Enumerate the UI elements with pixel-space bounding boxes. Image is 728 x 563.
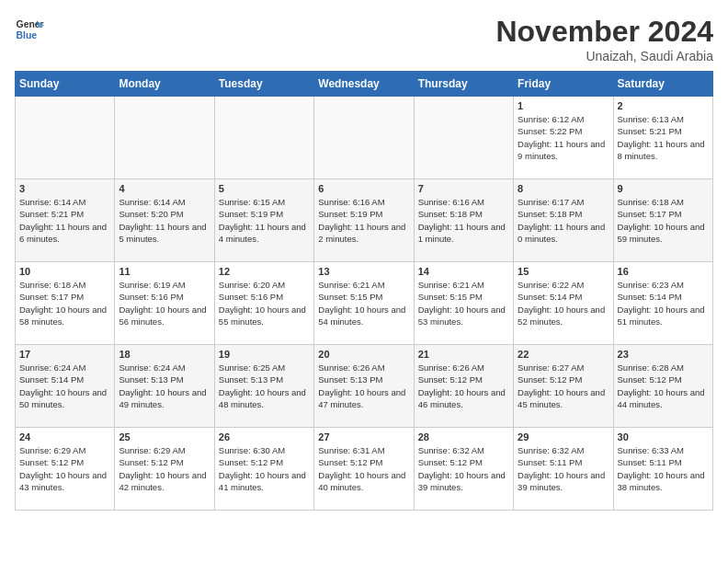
day-info-line: Daylight: 10 hours and 59 minutes.: [618, 221, 709, 246]
day-info-line: Sunrise: 6:27 AM: [518, 362, 609, 373]
day-number: 12: [219, 266, 310, 277]
calendar-cell: 19Sunrise: 6:25 AMSunset: 5:13 PMDayligh…: [214, 345, 313, 428]
calendar-cell: [214, 97, 313, 179]
day-info-line: Sunset: 5:22 PM: [518, 125, 609, 137]
day-info-line: Sunrise: 6:14 AM: [19, 196, 110, 208]
day-number: 11: [119, 266, 210, 277]
calendar-cell: 6Sunrise: 6:16 AMSunset: 5:19 PMDaylight…: [314, 179, 414, 262]
header-wednesday: Wednesday: [314, 72, 414, 97]
day-info-line: Daylight: 10 hours and 38 minutes.: [618, 469, 709, 494]
day-info-line: Sunrise: 6:12 AM: [518, 113, 609, 125]
day-number: 14: [418, 266, 509, 277]
day-number: 4: [119, 183, 210, 194]
day-info-line: Daylight: 11 hours and 5 minutes.: [119, 221, 210, 246]
calendar-cell: 21Sunrise: 6:26 AMSunset: 5:12 PMDayligh…: [414, 345, 513, 428]
day-info-line: Sunset: 5:12 PM: [418, 373, 509, 385]
day-number: 3: [19, 183, 110, 194]
day-info-line: Daylight: 10 hours and 39 minutes.: [518, 469, 609, 494]
day-info-line: Daylight: 11 hours and 1 minute.: [418, 221, 509, 246]
day-number: 22: [518, 349, 609, 360]
day-info-line: Daylight: 11 hours and 9 minutes.: [518, 138, 609, 163]
day-info-line: Sunrise: 6:28 AM: [618, 362, 709, 373]
logo-icon: General Blue: [15, 15, 44, 44]
day-number: 26: [219, 431, 310, 442]
day-number: 27: [318, 431, 409, 442]
day-info-line: Sunrise: 6:16 AM: [418, 196, 509, 208]
calendar-cell: 20Sunrise: 6:26 AMSunset: 5:13 PMDayligh…: [314, 345, 414, 428]
week-row-4: 17Sunrise: 6:24 AMSunset: 5:14 PMDayligh…: [16, 345, 713, 428]
day-info-line: Sunset: 5:14 PM: [518, 291, 609, 303]
day-info-line: Sunrise: 6:16 AM: [318, 196, 409, 208]
calendar-cell: 15Sunrise: 6:22 AMSunset: 5:14 PMDayligh…: [514, 262, 613, 345]
week-row-3: 10Sunrise: 6:18 AMSunset: 5:17 PMDayligh…: [16, 262, 713, 345]
day-info-line: Daylight: 10 hours and 47 minutes.: [318, 386, 409, 411]
day-info-line: Sunset: 5:18 PM: [418, 208, 509, 220]
day-info-line: Sunrise: 6:18 AM: [618, 196, 709, 208]
calendar-header: SundayMondayTuesdayWednesdayThursdayFrid…: [16, 72, 713, 97]
month-title: November 2024: [495, 15, 713, 49]
day-info-line: Sunset: 5:17 PM: [19, 291, 110, 303]
day-info-line: Sunrise: 6:33 AM: [618, 444, 709, 456]
day-info-line: Sunset: 5:16 PM: [219, 291, 310, 303]
day-info-line: Daylight: 10 hours and 39 minutes.: [418, 469, 509, 494]
day-info-line: Sunset: 5:21 PM: [618, 125, 709, 137]
day-info-line: Sunset: 5:12 PM: [119, 456, 210, 468]
title-block: November 2024 Unaizah, Saudi Arabia: [495, 15, 713, 63]
calendar-cell: 5Sunrise: 6:15 AMSunset: 5:19 PMDaylight…: [214, 179, 313, 262]
svg-text:Blue: Blue: [17, 30, 38, 40]
calendar-cell: 30Sunrise: 6:33 AMSunset: 5:11 PMDayligh…: [613, 428, 712, 511]
calendar-body: 1Sunrise: 6:12 AMSunset: 5:22 PMDaylight…: [16, 97, 713, 511]
day-info-line: Sunset: 5:12 PM: [618, 373, 709, 385]
calendar-cell: 18Sunrise: 6:24 AMSunset: 5:13 PMDayligh…: [115, 345, 214, 428]
day-info-line: Daylight: 10 hours and 56 minutes.: [119, 304, 210, 328]
day-info-line: Sunset: 5:15 PM: [418, 291, 509, 303]
calendar-cell: 1Sunrise: 6:12 AMSunset: 5:22 PMDaylight…: [514, 97, 613, 179]
day-number: 20: [318, 349, 409, 360]
week-row-1: 1Sunrise: 6:12 AMSunset: 5:22 PMDaylight…: [16, 97, 713, 179]
week-row-2: 3Sunrise: 6:14 AMSunset: 5:21 PMDaylight…: [16, 179, 713, 262]
day-info-line: Daylight: 10 hours and 42 minutes.: [119, 469, 210, 494]
day-number: 8: [518, 183, 609, 194]
day-info-line: Sunrise: 6:25 AM: [219, 362, 310, 373]
day-number: 5: [219, 183, 310, 194]
day-info-line: Sunset: 5:12 PM: [418, 456, 509, 468]
day-number: 24: [19, 431, 110, 442]
day-info-line: Sunrise: 6:30 AM: [219, 444, 310, 456]
day-info-line: Sunrise: 6:29 AM: [19, 444, 110, 456]
day-info-line: Daylight: 10 hours and 43 minutes.: [19, 469, 110, 494]
day-number: 15: [518, 266, 609, 277]
calendar-cell: 12Sunrise: 6:20 AMSunset: 5:16 PMDayligh…: [214, 262, 313, 345]
day-info-line: Sunrise: 6:26 AM: [418, 362, 509, 373]
day-info-line: Sunrise: 6:18 AM: [19, 279, 110, 291]
day-info-line: Daylight: 11 hours and 4 minutes.: [219, 221, 310, 246]
day-info-line: Daylight: 10 hours and 49 minutes.: [119, 386, 210, 411]
day-number: 29: [518, 431, 609, 442]
header-thursday: Thursday: [414, 72, 513, 97]
page-header: General Blue November 2024 Unaizah, Saud…: [15, 15, 713, 63]
day-info-line: Sunset: 5:12 PM: [518, 373, 609, 385]
header-tuesday: Tuesday: [214, 72, 313, 97]
day-info-line: Sunrise: 6:21 AM: [418, 279, 509, 291]
day-info-line: Sunset: 5:19 PM: [318, 208, 409, 220]
day-info-line: Sunrise: 6:14 AM: [119, 196, 210, 208]
day-info-line: Sunrise: 6:13 AM: [618, 113, 709, 125]
day-info-line: Daylight: 11 hours and 2 minutes.: [318, 221, 409, 246]
calendar-cell: 7Sunrise: 6:16 AMSunset: 5:18 PMDaylight…: [414, 179, 513, 262]
day-number: 23: [618, 349, 709, 360]
day-info-line: Sunset: 5:13 PM: [219, 373, 310, 385]
calendar-cell: 25Sunrise: 6:29 AMSunset: 5:12 PMDayligh…: [115, 428, 214, 511]
calendar-cell: 13Sunrise: 6:21 AMSunset: 5:15 PMDayligh…: [314, 262, 414, 345]
day-info-line: Sunset: 5:17 PM: [618, 208, 709, 220]
day-info-line: Daylight: 10 hours and 53 minutes.: [418, 304, 509, 328]
day-info-line: Daylight: 11 hours and 8 minutes.: [618, 138, 709, 163]
day-info-line: Sunset: 5:13 PM: [318, 373, 409, 385]
calendar-cell: [16, 97, 115, 179]
calendar-cell: 10Sunrise: 6:18 AMSunset: 5:17 PMDayligh…: [16, 262, 115, 345]
day-number: 6: [318, 183, 409, 194]
calendar-cell: 26Sunrise: 6:30 AMSunset: 5:12 PMDayligh…: [214, 428, 313, 511]
day-number: 9: [618, 183, 709, 194]
calendar-cell: 27Sunrise: 6:31 AMSunset: 5:12 PMDayligh…: [314, 428, 414, 511]
calendar-cell: 8Sunrise: 6:17 AMSunset: 5:18 PMDaylight…: [514, 179, 613, 262]
day-info-line: Sunrise: 6:32 AM: [418, 444, 509, 456]
day-info-line: Daylight: 10 hours and 50 minutes.: [19, 386, 110, 411]
